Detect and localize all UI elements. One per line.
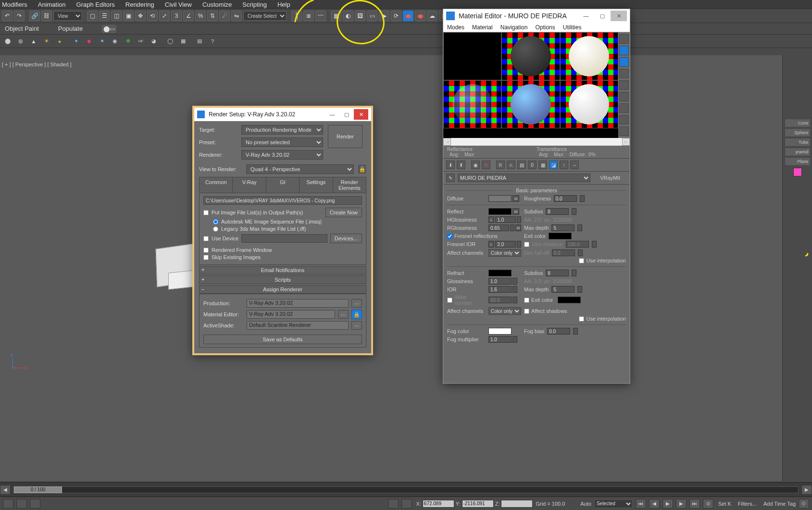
select-icon[interactable]: ▢ [87, 11, 98, 21]
time-config-icon[interactable]: ⏲ [799, 499, 809, 509]
me-menu-navigation[interactable]: Navigation [500, 24, 528, 31]
hgloss-lock-icon[interactable]: L [488, 216, 494, 223]
align-icon[interactable]: ║ [291, 11, 302, 21]
output-path-field[interactable] [203, 196, 362, 205]
sphere-04-icon[interactable]: ◉ [109, 36, 121, 47]
refract-maxdepth-spinner[interactable]: 5 [551, 286, 575, 293]
render-setup-icon[interactable]: 🖼 [355, 11, 365, 21]
viewport-caption[interactable]: [ + ] [ Perspective ] [ Shaded ] [0, 61, 74, 68]
fresnel-checkbox[interactable] [447, 234, 452, 239]
selection-lock-icon[interactable] [401, 499, 412, 509]
goto-start-icon[interactable]: ⏮ [636, 499, 646, 509]
filters-label[interactable]: Filters... [738, 501, 757, 507]
prompt-icon[interactable] [16, 499, 27, 509]
me-menu-utilities[interactable]: Utilities [563, 24, 582, 31]
particles-icon[interactable]: ✦ [70, 36, 82, 47]
sphere-02-icon[interactable]: ◍ [15, 36, 26, 47]
time-slider-thumb[interactable]: 0 / 100 [14, 486, 62, 493]
material-editor-titlebar[interactable]: Material Editor - MURO DE PIEDRA — ▢ ✕ [443, 9, 630, 23]
time-slider[interactable]: 0 / 100 [13, 486, 799, 493]
show-map-icon[interactable]: ▦ [538, 161, 547, 169]
material-editor-icon[interactable]: ◐ [343, 11, 353, 21]
skip-existing-checkbox[interactable] [203, 255, 209, 260]
hf-badge-icon[interactable]: HF [135, 36, 147, 47]
backlight-icon[interactable] [619, 46, 629, 55]
view-to-render-select[interactable]: Quad 4 - Perspective [246, 164, 354, 174]
named-sel-icon[interactable]: ☄ [219, 11, 230, 21]
options-icon[interactable] [619, 103, 629, 113]
get-material-icon[interactable]: ⬇ [446, 161, 455, 169]
rollout-assign-renderer[interactable]: –Assign Renderer [199, 285, 366, 294]
rotate-icon[interactable]: ⟲ [147, 11, 158, 21]
sample-type-icon[interactable] [619, 34, 629, 44]
diffuse-map-button[interactable]: M [512, 195, 519, 202]
sphere-gold-icon[interactable]: ● [54, 36, 65, 47]
material-type-button[interactable]: VRayMtl [593, 175, 627, 181]
selection-filter-select[interactable]: Selected [594, 499, 633, 508]
background-icon[interactable] [619, 57, 629, 67]
timeline-next-icon[interactable]: ▶ [801, 485, 812, 495]
scale-icon[interactable]: ⤢ [159, 11, 170, 21]
tab-common[interactable]: Common [199, 177, 233, 193]
tab-gi[interactable]: GI [266, 177, 300, 193]
layers-icon[interactable]: ≣ [303, 11, 314, 21]
viewport[interactable] [0, 55, 812, 481]
tab-settings[interactable]: Settings [300, 177, 333, 193]
close-icon[interactable]: ✕ [611, 11, 627, 21]
dock-sphere[interactable]: Sphere [785, 128, 811, 137]
select-region-icon[interactable]: ◫ [111, 11, 122, 21]
x-coord-field[interactable] [423, 500, 454, 508]
menu-rendering[interactable]: Rendering [125, 1, 154, 8]
select-by-mat-icon[interactable] [619, 115, 629, 124]
gem-icon[interactable]: ◆ [83, 36, 95, 47]
star-icon[interactable]: ✶ [96, 36, 108, 47]
move-icon[interactable]: ✥ [135, 11, 146, 21]
redo-icon[interactable]: ↷ [14, 11, 25, 21]
rollout-email[interactable]: +Email Notifications [199, 266, 366, 274]
lock-selection-icon[interactable] [30, 499, 40, 509]
reflect-exitcolor-swatch[interactable] [549, 233, 572, 239]
window-crossing-icon[interactable]: ▣ [123, 11, 134, 21]
sphere-01-icon[interactable]: ⬤ [2, 36, 13, 47]
save-as-defaults-button[interactable]: Save as Defaults [203, 335, 362, 344]
z-coord-field[interactable] [501, 500, 533, 508]
object-paint-label[interactable]: Object Paint [5, 25, 39, 32]
reflect-map-button[interactable]: M [512, 208, 519, 215]
snap-3-icon[interactable]: 3 [171, 11, 182, 21]
schematic-icon[interactable]: ▦ [331, 11, 341, 21]
sun-icon[interactable]: ☀ [41, 36, 52, 47]
unlink-icon[interactable]: ⛓ [41, 11, 52, 21]
y-coord-field[interactable] [462, 500, 494, 508]
fogbias-spinner[interactable]: 0.0 [547, 328, 570, 335]
dock-plane[interactable]: Plane [785, 157, 811, 166]
preset-select[interactable]: No preset selected [241, 137, 323, 147]
angle-snap-icon[interactable]: ∠ [183, 11, 194, 21]
affect-channels-select[interactable]: Color only [488, 249, 521, 257]
roughness-spinner[interactable]: 0.0 [554, 195, 577, 202]
devices-button[interactable]: Devices... [330, 234, 362, 243]
abbe-spinner[interactable]: 50.0 [488, 297, 512, 303]
populate-label[interactable]: Populate [58, 25, 83, 32]
device-field[interactable] [241, 234, 327, 243]
eyedropper-icon[interactable]: ✎ [446, 174, 455, 182]
make-unique-icon[interactable]: ⎌ [507, 161, 515, 169]
render-prod-icon[interactable]: ▶ [379, 11, 389, 21]
dock-pyramid[interactable]: yramid [785, 148, 811, 156]
make-preview-icon[interactable] [619, 92, 629, 101]
ior-spinner[interactable]: 1.6 [488, 286, 512, 293]
lock-view-icon[interactable]: 🔒 [358, 164, 366, 174]
production-browse-button[interactable]: … [351, 299, 362, 308]
renderer-select[interactable]: V-Ray Adv 3.20.02 [241, 150, 323, 160]
material-slot-4[interactable] [443, 80, 501, 128]
roughness-spin-btns[interactable] [580, 195, 585, 202]
autodesk-me-radio[interactable] [213, 219, 218, 224]
rfw-checkbox[interactable] [203, 248, 209, 253]
grass-icon[interactable]: ❋ [122, 36, 134, 47]
key-mode-icon[interactable]: ⊙ [703, 499, 713, 509]
menu-animation[interactable]: Animation [38, 1, 66, 8]
curve-editor-icon[interactable]: 〰 [315, 11, 326, 21]
mateditor-browse-button[interactable]: … [338, 310, 349, 319]
help-icon[interactable]: ? [207, 36, 218, 47]
rollout-scripts[interactable]: +Scripts [199, 275, 366, 284]
menu-civil-view[interactable]: Civil View [165, 1, 192, 8]
